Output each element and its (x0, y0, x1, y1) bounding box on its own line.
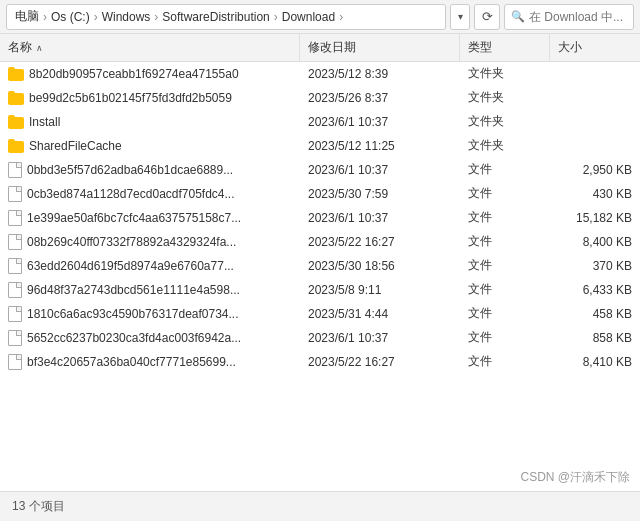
file-row[interactable]: 08b269c40ff07332f78892a4329324fa... 2023… (0, 230, 640, 254)
file-icon (8, 258, 22, 274)
file-modified: 2023/5/30 7:59 (300, 184, 460, 204)
search-input[interactable] (529, 10, 627, 24)
file-type: 文件 (460, 350, 550, 373)
file-size: 858 KB (550, 328, 640, 348)
file-icon (8, 306, 22, 322)
watermark: CSDN @汗滴禾下除 (520, 469, 630, 486)
breadcrumb[interactable]: 电脑 › Os (C:) › Windows › SoftwareDistrib… (6, 4, 446, 30)
breadcrumb-download[interactable]: Download (282, 10, 335, 24)
file-type: 文件 (460, 230, 550, 253)
folder-icon (8, 115, 24, 129)
file-type: 文件 (460, 206, 550, 229)
file-size: 8,410 KB (550, 352, 640, 372)
file-name: 63edd2604d619f5d8974a9e6760a77... (27, 259, 234, 273)
file-row[interactable]: 1e399ae50af6bc7cfc4aa637575158c7... 2023… (0, 206, 640, 230)
breadcrumb-pc[interactable]: 电脑 (15, 8, 39, 25)
file-size: 430 KB (550, 184, 640, 204)
file-modified: 2023/5/12 11:25 (300, 136, 460, 156)
file-modified: 2023/5/30 18:56 (300, 256, 460, 276)
file-icon (8, 282, 22, 298)
file-name-cell: 63edd2604d619f5d8974a9e6760a77... (0, 255, 300, 277)
breadcrumb-windows[interactable]: Windows (102, 10, 151, 24)
file-name: be99d2c5b61b02145f75fd3dfd2b5059 (29, 91, 232, 105)
file-name: 1810c6a6ac93c4590b76317deaf0734... (27, 307, 239, 321)
file-size: 2,950 KB (550, 160, 640, 180)
file-row[interactable]: 0cb3ed874a1128d7ecd0acdf705fdc4... 2023/… (0, 182, 640, 206)
file-size: 15,182 KB (550, 208, 640, 228)
file-size (550, 95, 640, 101)
file-name-cell: bf3e4c20657a36ba040cf7771e85699... (0, 351, 300, 373)
file-type: 文件夹 (460, 86, 550, 109)
file-type: 文件 (460, 278, 550, 301)
file-type: 文件夹 (460, 110, 550, 133)
folder-icon (8, 67, 24, 81)
file-row[interactable]: 63edd2604d619f5d8974a9e6760a77... 2023/5… (0, 254, 640, 278)
file-row[interactable]: be99d2c5b61b02145f75fd3dfd2b5059 2023/5/… (0, 86, 640, 110)
file-name-cell: 0cb3ed874a1128d7ecd0acdf705fdc4... (0, 183, 300, 205)
file-icon (8, 186, 22, 202)
folder-icon (8, 139, 24, 153)
status-text: 13 个项目 (12, 498, 65, 515)
file-size (550, 143, 640, 149)
file-row[interactable]: 5652cc6237b0230ca3fd4ac003f6942a... 2023… (0, 326, 640, 350)
file-row[interactable]: 96d48f37a2743dbcd561e1111e4a598... 2023/… (0, 278, 640, 302)
col-header-name[interactable]: 名称 ∧ (0, 34, 300, 61)
file-name-cell: 8b20db90957ceabb1f69274ea47155a0 (0, 64, 300, 84)
file-row[interactable]: Install 2023/6/1 10:37 文件夹 (0, 110, 640, 134)
file-modified: 2023/6/1 10:37 (300, 328, 460, 348)
file-icon (8, 234, 22, 250)
file-icon (8, 210, 22, 226)
file-size: 8,400 KB (550, 232, 640, 252)
file-name: 96d48f37a2743dbcd561e1111e4a598... (27, 283, 240, 297)
file-name: SharedFileCache (29, 139, 122, 153)
file-size: 370 KB (550, 256, 640, 276)
file-size: 458 KB (550, 304, 640, 324)
file-icon (8, 354, 22, 370)
folder-icon (8, 91, 24, 105)
file-modified: 2023/6/1 10:37 (300, 160, 460, 180)
file-row[interactable]: 1810c6a6ac93c4590b76317deaf0734... 2023/… (0, 302, 640, 326)
file-name: Install (29, 115, 60, 129)
file-row[interactable]: 8b20db90957ceabb1f69274ea47155a0 2023/5/… (0, 62, 640, 86)
file-name: 08b269c40ff07332f78892a4329324fa... (27, 235, 236, 249)
file-row[interactable]: 0bbd3e5f57d62adba646b1dcae6889... 2023/6… (0, 158, 640, 182)
col-header-type[interactable]: 类型 (460, 34, 550, 61)
file-name-cell: 5652cc6237b0230ca3fd4ac003f6942a... (0, 327, 300, 349)
col-header-modified[interactable]: 修改日期 (300, 34, 460, 61)
file-modified: 2023/5/26 8:37 (300, 88, 460, 108)
file-name-cell: 08b269c40ff07332f78892a4329324fa... (0, 231, 300, 253)
file-name: 8b20db90957ceabb1f69274ea47155a0 (29, 67, 239, 81)
breadcrumb-dropdown[interactable]: ▾ (450, 4, 470, 30)
file-name-cell: SharedFileCache (0, 136, 300, 156)
file-type: 文件夹 (460, 62, 550, 85)
file-row[interactable]: bf3e4c20657a36ba040cf7771e85699... 2023/… (0, 350, 640, 374)
search-icon: 🔍 (511, 10, 525, 23)
column-headers: 名称 ∧ 修改日期 类型 大小 (0, 34, 640, 62)
sort-arrow-name: ∧ (36, 43, 43, 53)
breadcrumb-drive[interactable]: Os (C:) (51, 10, 90, 24)
file-type: 文件 (460, 254, 550, 277)
file-name-cell: 1e399ae50af6bc7cfc4aa637575158c7... (0, 207, 300, 229)
col-header-size[interactable]: 大小 (550, 34, 640, 61)
file-size: 6,433 KB (550, 280, 640, 300)
file-name: 0bbd3e5f57d62adba646b1dcae6889... (27, 163, 233, 177)
address-bar: 电脑 › Os (C:) › Windows › SoftwareDistrib… (0, 0, 640, 34)
file-name-cell: 1810c6a6ac93c4590b76317deaf0734... (0, 303, 300, 325)
file-size (550, 71, 640, 77)
file-name: 1e399ae50af6bc7cfc4aa637575158c7... (27, 211, 241, 225)
refresh-button[interactable]: ⟳ (474, 4, 500, 30)
file-type: 文件 (460, 326, 550, 349)
file-name: 0cb3ed874a1128d7ecd0acdf705fdc4... (27, 187, 235, 201)
file-modified: 2023/5/31 4:44 (300, 304, 460, 324)
status-bar: 13 个项目 (0, 491, 640, 521)
file-name-cell: be99d2c5b61b02145f75fd3dfd2b5059 (0, 88, 300, 108)
file-name-cell: 96d48f37a2743dbcd561e1111e4a598... (0, 279, 300, 301)
file-modified: 2023/6/1 10:37 (300, 208, 460, 228)
file-icon (8, 162, 22, 178)
breadcrumb-softwaredist[interactable]: SoftwareDistribution (162, 10, 269, 24)
file-modified: 2023/5/22 16:27 (300, 232, 460, 252)
file-name-cell: Install (0, 112, 300, 132)
file-type: 文件夹 (460, 134, 550, 157)
file-row[interactable]: SharedFileCache 2023/5/12 11:25 文件夹 (0, 134, 640, 158)
file-type: 文件 (460, 302, 550, 325)
